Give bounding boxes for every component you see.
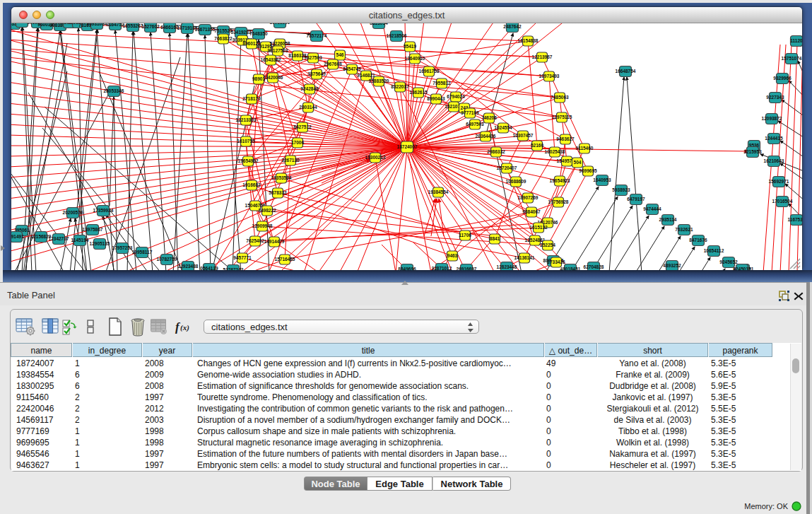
svg-text:391491: 391491 [11,234,24,239]
svg-text:6794024: 6794024 [447,94,465,99]
svg-text:1527602: 1527602 [141,24,160,29]
svg-text:20200576: 20200576 [63,210,83,215]
svg-text:19654982: 19654982 [238,158,259,163]
svg-text:19654923: 19654923 [550,178,570,183]
svg-text:98127503: 98127503 [268,48,288,53]
svg-text:14136141: 14136141 [514,255,535,260]
svg-text:9227343: 9227343 [766,95,784,100]
svg-text:19300213: 19300213 [365,155,386,160]
svg-text:48018451: 48018451 [560,267,581,270]
svg-text:17359924: 17359924 [93,208,114,213]
svg-text:9245012: 9245012 [733,267,751,270]
svg-text:15716485: 15716485 [275,257,295,262]
svg-text:9463627: 9463627 [556,136,575,141]
svg-text:746206: 746206 [481,115,497,120]
svg-text:9457771: 9457771 [233,255,252,260]
svg-text:12975115: 12975115 [552,115,572,119]
svg-text:19218506: 19218506 [387,33,407,38]
svg-text:1610755: 1610755 [237,139,255,144]
svg-text:15720407: 15720407 [497,165,517,170]
svg-text:12213303: 12213303 [236,117,257,122]
svg-text:0564139: 0564139 [200,266,218,270]
svg-text:5938923: 5938923 [612,187,630,192]
svg-text:19384554: 19384554 [428,189,449,194]
svg-text:8322037: 8322037 [391,84,409,89]
svg-text:18907269: 18907269 [518,195,539,200]
svg-text:18724007: 18724007 [397,144,418,149]
svg-text:13640910: 13640910 [405,56,425,61]
svg-text:2803144: 2803144 [299,105,317,110]
svg-text:6497503: 6497503 [466,122,484,127]
svg-text:78572174: 78572174 [307,33,327,38]
svg-text:17957253: 17957253 [112,245,133,250]
svg-text:12923488: 12923488 [178,264,199,269]
svg-text:14914479: 14914479 [264,239,285,244]
svg-text:8471676: 8471676 [689,238,707,243]
svg-text:52160: 52160 [531,143,543,148]
svg-text:3875645: 3875645 [307,71,326,76]
svg-text:53419283: 53419283 [231,30,252,35]
svg-text:9245652: 9245652 [719,259,738,264]
svg-text:7485063: 7485063 [551,95,569,100]
svg-text:16543362: 16543362 [261,57,281,62]
svg-text:3164752: 3164752 [106,23,124,27]
svg-text:9329966: 9329966 [773,76,792,81]
svg-text:1362615: 1362615 [409,90,428,95]
svg-text:12213967: 12213967 [532,54,553,59]
svg-text:10688609: 10688609 [506,179,526,184]
svg-text:8841: 8841 [490,236,500,241]
svg-text:16033809: 16033809 [270,23,290,25]
svg-text:9777109: 9777109 [461,110,479,115]
svg-text:7632621: 7632621 [675,227,693,232]
svg-text:1024554: 1024554 [494,125,512,130]
svg-text:9474444: 9474444 [643,206,661,211]
svg-text:7648350: 7648350 [249,31,268,36]
svg-text:1916682: 1916682 [242,182,261,187]
svg-text:12905135: 12905135 [90,241,110,246]
svg-text:20364436: 20364436 [476,134,496,139]
svg-text:6466160: 6466160 [160,25,179,30]
svg-text:12342737: 12342737 [49,236,69,241]
svg-text:1733426: 1733426 [547,259,565,264]
svg-text:9146821: 9146821 [357,73,375,78]
svg-text:95931034: 95931034 [87,23,107,26]
svg-text:17006: 17006 [291,140,304,145]
svg-text:9327503: 9327503 [304,55,322,60]
svg-text:53226058: 53226058 [270,41,290,46]
svg-text:32871012: 32871012 [432,266,452,270]
svg-text:8813054: 8813054 [370,23,388,25]
svg-text:19756928: 19756928 [548,199,569,204]
svg-text:26916697: 26916697 [457,267,477,270]
svg-text:16553267: 16553267 [123,23,143,28]
svg-text:16154838: 16154838 [518,38,539,43]
svg-text:12093872: 12093872 [762,116,782,121]
svg-text:1167533: 1167533 [788,217,802,222]
svg-text:7625402: 7625402 [246,238,264,243]
svg-text:15883520: 15883520 [369,78,389,83]
svg-text:7955812: 7955812 [433,81,451,86]
svg-text:7515520: 7515520 [214,28,233,33]
svg-text:10025438: 10025438 [545,149,565,154]
svg-text:13975867: 13975867 [83,227,103,232]
svg-text:5878332: 5878332 [269,190,287,195]
svg-text:12909948: 12909948 [252,223,273,228]
svg-text:1640953: 1640953 [593,177,611,182]
svg-text:4893252: 4893252 [663,263,681,268]
svg-text:53767242: 53767242 [223,267,244,270]
svg-text:9242848: 9242848 [300,86,319,91]
svg-text:15692971: 15692971 [769,179,789,184]
svg-text:17016504: 17016504 [772,199,793,204]
svg-text:9115460: 9115460 [576,146,594,151]
svg-text:9699695: 9699695 [579,168,597,173]
svg-text:23420046: 23420046 [263,75,283,80]
svg-text:62704828: 62704828 [584,264,604,269]
svg-text:10654112: 10654112 [704,248,724,253]
svg-text:16671355: 16671355 [195,27,216,32]
svg-text:12823448: 12823448 [497,264,517,269]
svg-text:2986332: 2986332 [487,149,505,154]
svg-text:(x): (x) [180,323,189,332]
svg-text:546: 546 [336,52,344,57]
svg-text:10782759: 10782759 [157,257,177,262]
svg-text:2967608: 2967608 [324,62,342,66]
svg-text:28053346: 28053346 [104,88,124,93]
